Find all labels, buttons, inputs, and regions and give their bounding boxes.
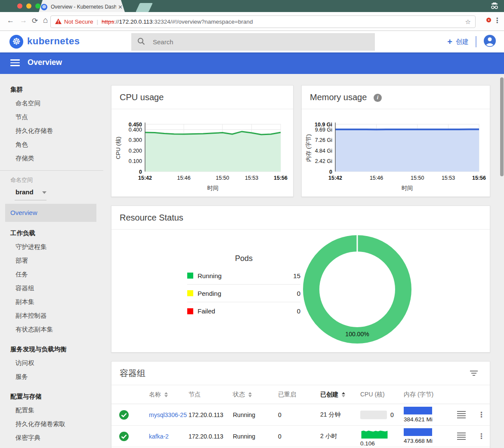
minimize-window-button[interactable] <box>26 3 31 9</box>
svg-text:4.84 Gi: 4.84 Gi <box>315 148 332 154</box>
sidebar-item-nodes[interactable]: 节点 <box>0 110 103 124</box>
svg-text:15:46: 15:46 <box>370 175 383 181</box>
sidebar-item-deployments[interactable]: 部署 <box>0 254 103 267</box>
svg-text:0.300: 0.300 <box>129 137 142 143</box>
sidebar-item-stateful-sets[interactable]: 有状态副本集 <box>0 322 103 336</box>
sort-icon-active <box>342 392 345 397</box>
page-toolbar: Overview <box>0 52 504 74</box>
svg-text:0.400: 0.400 <box>129 127 142 133</box>
row-menu-icon[interactable]: ⋮ <box>478 404 485 425</box>
pods-table-title: 容器组 <box>111 362 490 385</box>
browser-menu-icon[interactable]: ⋮ <box>494 16 501 25</box>
sidebar-item-daemon-sets[interactable]: 守护进程集 <box>0 240 103 254</box>
sidebar-item-pods[interactable]: 容器组 <box>0 281 103 295</box>
new-tab-button[interactable] <box>136 3 153 12</box>
cpu-value: 0 <box>390 411 394 418</box>
legend-row-running: Running 15 <box>187 267 300 285</box>
cpu-usage-card: CPU usage 00.1000.2000.3000.4000.45015:4… <box>111 85 294 197</box>
app-header: ☸ kubernetes + 创建 <box>0 31 504 52</box>
sidebar-item-persistent-volumes[interactable]: 持久化存储卷 <box>0 124 103 138</box>
url-divider: | <box>97 18 99 25</box>
failed-swatch <box>187 308 193 314</box>
sidebar-item-persistent-volume-claims[interactable]: 持久化存储卷索取 <box>0 417 103 431</box>
sidebar-item-replication-controllers[interactable]: 副本控制器 <box>0 309 103 322</box>
create-button-label: 创建 <box>456 38 469 46</box>
column-header-created[interactable]: 已创建 <box>320 385 345 404</box>
namespace-select-underline <box>15 200 46 200</box>
menu-hamburger-icon[interactable] <box>10 59 20 66</box>
reload-icon[interactable]: ⟳ <box>32 16 38 25</box>
pod-created: 2 小时 <box>320 426 337 447</box>
kubernetes-favicon-icon: ☸ <box>41 4 47 10</box>
extension-icon[interactable] <box>486 18 491 22</box>
pods-table-header: 名称 节点 状态 已重启 已创建 CPU (核) 内存 (字节) <box>111 385 490 404</box>
column-header-name[interactable]: 名称 <box>149 385 187 404</box>
column-header-status[interactable]: 状态 <box>233 385 252 404</box>
pod-status: Running <box>233 404 255 425</box>
browser-tab-bar: ☸ Overview - Kubernetes Dashboard ✕ <box>0 0 504 12</box>
url-path: :32324/#!/overview?namespace=brand <box>152 18 253 25</box>
pod-name-link[interactable]: mysql3306-2553 <box>149 411 187 418</box>
svg-text:15:42: 15:42 <box>328 175 342 181</box>
column-header-restarts: 已重启 <box>278 385 296 404</box>
url-scheme: https <box>102 18 114 25</box>
close-window-button[interactable] <box>17 3 22 9</box>
search-input[interactable] <box>153 38 334 46</box>
tab-title: Overview - Kubernetes Dashboard <box>51 4 116 10</box>
svg-text:9.69 Gi: 9.69 Gi <box>315 127 332 133</box>
pod-restarts: 0 <box>278 404 281 425</box>
sidebar-item-jobs[interactable]: 任务 <box>0 267 103 281</box>
sidebar-item-roles[interactable]: 角色 <box>0 138 103 151</box>
pod-cpu-metric: 0 <box>360 404 401 425</box>
pod-memory-metric: 473.668 Mi <box>404 426 453 447</box>
svg-text:2.42 Gi: 2.42 Gi <box>315 158 332 164</box>
pods-donut-chart <box>299 231 415 347</box>
sort-icon <box>164 392 168 397</box>
sidebar-item-services[interactable]: 服务 <box>0 370 103 384</box>
sidebar-item-ingresses[interactable]: 访问权 <box>0 356 103 370</box>
filter-icon[interactable] <box>470 371 478 376</box>
svg-text:15:50: 15:50 <box>411 175 424 181</box>
sidebar-divider <box>0 170 103 171</box>
search-bar[interactable] <box>131 33 375 51</box>
browser-tab-content[interactable]: ☸ Overview - Kubernetes Dashboard ✕ <box>41 2 127 12</box>
cpu-usage-chart: 00.1000.2000.3000.4000.45015:4215:4615:5… <box>114 114 291 195</box>
svg-text:10.9 Gi: 10.9 Gi <box>315 122 332 128</box>
home-icon[interactable]: ⌂ <box>43 15 48 25</box>
cpu-sparkline <box>360 428 389 439</box>
sidebar-item-overview[interactable]: Overview <box>5 204 96 222</box>
url-field[interactable]: Not Secure | https :// 172.20.0.113 :323… <box>50 15 476 28</box>
url-separator: :// <box>114 18 119 25</box>
svg-text:0.450: 0.450 <box>129 122 142 128</box>
tab-close-icon[interactable]: ✕ <box>118 4 123 10</box>
sidebar-item-replica-sets[interactable]: 副本集 <box>0 295 103 309</box>
memory-bar <box>404 428 432 436</box>
bookmark-star-icon[interactable]: ☆ <box>465 18 471 26</box>
status-ok-icon <box>119 404 129 425</box>
sidebar-item-storage-classes[interactable]: 存储类 <box>0 151 103 165</box>
svg-text:15:42: 15:42 <box>138 175 152 181</box>
back-icon[interactable]: ← <box>7 16 14 25</box>
scrollbar[interactable] <box>500 77 504 176</box>
logs-icon[interactable] <box>457 404 466 425</box>
pod-name-link[interactable]: kafka-2 <box>149 433 169 440</box>
svg-text:15:50: 15:50 <box>216 175 229 181</box>
sidebar-header-cluster: 集群 <box>0 83 103 96</box>
pods-legend: Running 15 Pending 0 Failed 0 <box>187 267 300 320</box>
sidebar-header-workloads: 工作负载 <box>0 226 103 240</box>
account-icon[interactable] <box>483 34 496 49</box>
pod-memory-metric: 384.621 Mi <box>404 404 453 425</box>
namespace-select[interactable]: brand <box>0 184 103 200</box>
sidebar-item-secrets[interactable]: 保密字典 <box>0 431 103 445</box>
sidebar-item-namespaces[interactable]: 命名空间 <box>0 96 103 110</box>
create-button[interactable]: + 创建 <box>447 37 469 47</box>
sidebar-item-config-maps[interactable]: 配置集 <box>0 403 103 417</box>
brand-title: kubernetes <box>27 36 80 47</box>
column-header-node: 节点 <box>189 385 201 404</box>
row-menu-icon[interactable]: ⋮ <box>478 426 485 447</box>
pods-chart-title: Pods <box>187 254 300 263</box>
info-icon[interactable]: i <box>374 94 382 102</box>
cpu-value: 0.106 <box>360 440 375 447</box>
memory-usage-card: Memory usage i 02.42 Gi4.84 Gi7.26 Gi9.6… <box>301 85 490 197</box>
logs-icon[interactable] <box>457 426 466 447</box>
